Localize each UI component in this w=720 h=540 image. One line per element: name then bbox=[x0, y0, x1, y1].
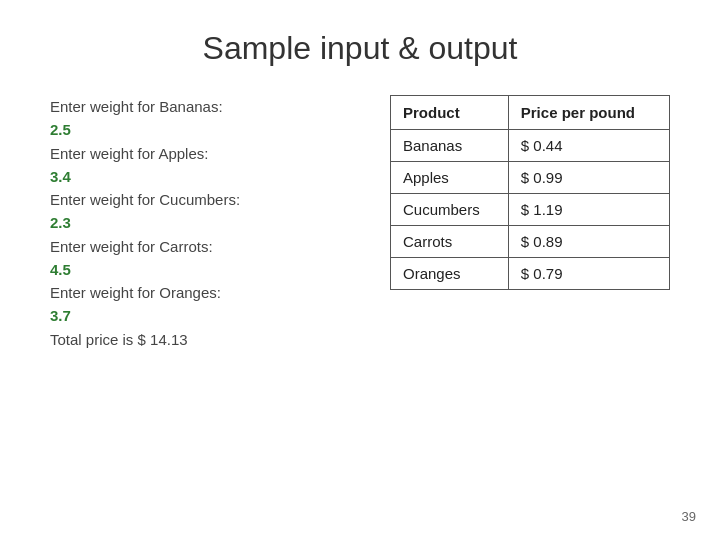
input-line-carrots-label: Enter weight for Carrots: bbox=[50, 235, 360, 258]
page-number: 39 bbox=[682, 509, 696, 524]
price-table: Product Price per pound Bananas$ 0.44App… bbox=[390, 95, 670, 290]
input-value-oranges: 3.7 bbox=[50, 304, 360, 327]
input-line-apples-label: Enter weight for Apples: bbox=[50, 142, 360, 165]
right-panel: Product Price per pound Bananas$ 0.44App… bbox=[390, 95, 670, 290]
table-row: Bananas$ 0.44 bbox=[391, 130, 670, 162]
input-value-bananas: 2.5 bbox=[50, 118, 360, 141]
table-row: Oranges$ 0.79 bbox=[391, 258, 670, 290]
table-row: Cucumbers$ 1.19 bbox=[391, 194, 670, 226]
input-line-bananas-label: Enter weight for Bananas: bbox=[50, 95, 360, 118]
table-cell-2-0: Cucumbers bbox=[391, 194, 509, 226]
table-cell-3-1: $ 0.89 bbox=[508, 226, 669, 258]
table-cell-4-1: $ 0.79 bbox=[508, 258, 669, 290]
left-panel: Enter weight for Bananas: 2.5 Enter weig… bbox=[50, 95, 360, 351]
table-cell-0-0: Bananas bbox=[391, 130, 509, 162]
input-line-cucumbers-label: Enter weight for Cucumbers: bbox=[50, 188, 360, 211]
col-header-price: Price per pound bbox=[508, 96, 669, 130]
table-cell-1-0: Apples bbox=[391, 162, 509, 194]
total-price: Total price is $ 14.13 bbox=[50, 328, 360, 351]
slide: Sample input & output Enter weight for B… bbox=[0, 0, 720, 540]
content-area: Enter weight for Bananas: 2.5 Enter weig… bbox=[50, 95, 670, 351]
table-row: Apples$ 0.99 bbox=[391, 162, 670, 194]
table-cell-0-1: $ 0.44 bbox=[508, 130, 669, 162]
input-value-carrots: 4.5 bbox=[50, 258, 360, 281]
input-value-apples: 3.4 bbox=[50, 165, 360, 188]
table-cell-3-0: Carrots bbox=[391, 226, 509, 258]
table-row: Carrots$ 0.89 bbox=[391, 226, 670, 258]
table-cell-1-1: $ 0.99 bbox=[508, 162, 669, 194]
input-value-cucumbers: 2.3 bbox=[50, 211, 360, 234]
table-cell-4-0: Oranges bbox=[391, 258, 509, 290]
col-header-product: Product bbox=[391, 96, 509, 130]
input-line-oranges-label: Enter weight for Oranges: bbox=[50, 281, 360, 304]
table-cell-2-1: $ 1.19 bbox=[508, 194, 669, 226]
slide-title: Sample input & output bbox=[50, 30, 670, 67]
